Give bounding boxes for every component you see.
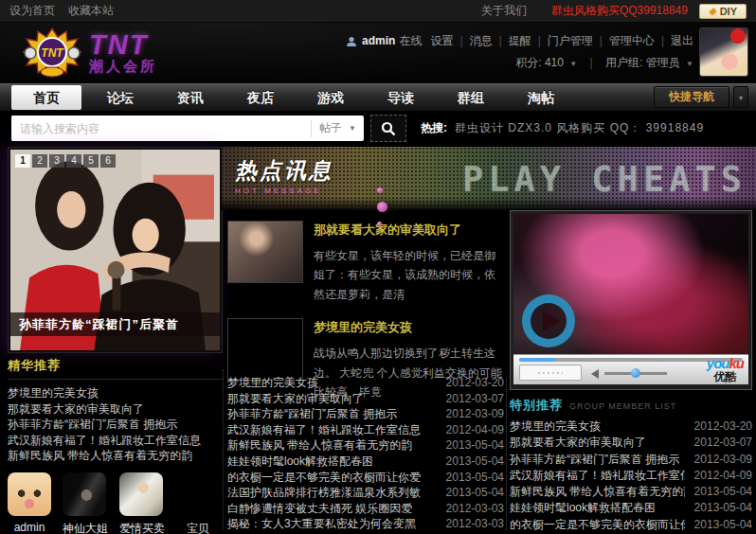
special-row-title[interactable]: 那就要看大家的审美取向了	[510, 435, 646, 451]
video-screen[interactable]	[513, 214, 748, 354]
quick-nav-arrow[interactable]: ▾	[733, 86, 748, 108]
essence-panel: 精华推荐 梦境里的完美女孩那就要看大家的审美取向了孙菲菲方龄“踩裙门”后聚首 拥…	[8, 357, 224, 534]
slideshow-image[interactable]: 123456 孙菲菲方龄“踩裙门”后聚首	[10, 150, 220, 350]
member-card[interactable]: 爱情买卖	[119, 472, 165, 534]
set-home-link[interactable]: 设为首页	[9, 3, 55, 19]
nav-item[interactable]: 群组	[436, 85, 506, 110]
special-row-date: 2012-03-07	[694, 435, 752, 451]
news-row: 揭秘：女人3大重要私密处为何会变黑 2012-03-03	[227, 516, 504, 532]
news-title[interactable]: 揭秘：女人3大重要私密处为何会变黑	[227, 516, 416, 532]
nav-item[interactable]: 夜店	[225, 85, 296, 110]
user-menu-link[interactable]: 提醒	[493, 31, 531, 51]
nav-item[interactable]: 游戏	[296, 85, 366, 110]
special-row: 娃娃领时髦look解救搭配春困 2013-05-04	[510, 500, 752, 516]
news-title[interactable]: 的衣橱一定是不够完美的衣橱而让你爱	[227, 470, 421, 486]
news-row: 新鲜民族风 带给人惊喜有着无穷的韵 2013-05-04	[227, 437, 504, 454]
site-name: TNT	[89, 31, 157, 58]
usergroup-dropdown[interactable]: 用户组: 管理员 ▼	[605, 56, 693, 69]
news-title[interactable]: 那就要看大家的审美取向了	[227, 391, 364, 407]
news-title[interactable]: 梦境里的完美女孩	[227, 375, 318, 391]
essence-title: 精华推荐	[8, 357, 224, 380]
essence-list-item[interactable]: 武汉新娘有福了！婚礼跟妆工作室信息	[8, 433, 224, 449]
essence-list-item[interactable]: 梦境里的完美女孩	[8, 385, 224, 401]
special-row-title[interactable]: 的衣橱一定是不够完美的衣橱而让你爱	[510, 517, 685, 533]
nav-item[interactable]: 首页	[11, 85, 81, 110]
volume-handle[interactable]	[631, 368, 640, 378]
about-link[interactable]: 关于我们	[481, 3, 527, 19]
featured-news-title[interactable]: 梦境里的完美女孩	[314, 319, 504, 336]
nav-item[interactable]: 资讯	[155, 85, 225, 110]
news-date: 2013-05-04	[446, 485, 504, 501]
volume-slider[interactable]	[604, 372, 667, 375]
news-title[interactable]: 孙菲菲方龄“踩裙门”后聚首 拥抱示	[227, 406, 397, 422]
user-menu-link[interactable]: 门户管理	[531, 31, 593, 51]
main-nav: 首页论坛资讯夜店游戏导读群组淘帖	[0, 83, 756, 112]
special-row-date: 2012-03-20	[694, 418, 752, 435]
credits-label: 积分: 410	[515, 56, 564, 69]
featured-news-excerpt: 有些女星，该年轻的时候，已经是御姐了：有些女星，该成熟的时候，依然还是萝莉，是清	[314, 246, 504, 304]
user-menu-link[interactable]: 消息	[453, 31, 492, 51]
slideshow-page-button[interactable]: 5	[83, 154, 99, 168]
essence-list-item[interactable]: 新鲜民族风 带给人惊喜有着无穷的韵	[8, 448, 224, 464]
member-avatar[interactable]	[63, 472, 106, 516]
news-date: 2012-03-03	[446, 516, 504, 532]
news-thumbnail[interactable]	[227, 318, 303, 381]
member-card[interactable]: admin	[8, 472, 51, 534]
news-row: 白静惨遭情变被丈夫捅死 娱乐圈因爱 2012-03-03	[227, 501, 504, 517]
nav-item[interactable]: 导读	[366, 85, 436, 110]
featured-news-text: 那就要看大家的审美取向了 有些女星，该年轻的时候，已经是御姐了：有些女星，该成熟…	[314, 221, 504, 304]
news-title[interactable]: 法国护肤品牌排行榜雅漾温泉水系列敏	[227, 485, 421, 501]
slideshow-page-button[interactable]: 4	[66, 154, 81, 168]
nav-item[interactable]: 淘帖	[506, 85, 576, 110]
essence-list-item[interactable]: 那就要看大家的审美取向了	[8, 401, 224, 418]
special-row-title[interactable]: 孙菲菲方龄“踩裙门”后聚首 拥抱示	[510, 452, 679, 468]
special-row-title[interactable]: 娃娃领时髦look解救搭配春困	[510, 500, 656, 516]
search-input[interactable]	[11, 116, 311, 141]
user-row-2: 积分: 410 ▼ | 用户组: 管理员 ▼	[346, 53, 693, 74]
news-thumbnail[interactable]	[227, 221, 303, 283]
member-avatar[interactable]	[8, 472, 51, 516]
site-logo[interactable]: TNT TNT 潮人会所	[23, 27, 157, 79]
username[interactable]: admin	[362, 31, 395, 51]
user-menu-link[interactable]: 设置	[430, 31, 453, 51]
member-avatar[interactable]	[176, 472, 220, 516]
essence-list-item[interactable]: 孙菲菲方龄“踩裙门”后聚首 拥抱示	[8, 417, 224, 433]
video-time-box[interactable]	[519, 365, 582, 381]
special-row-date: 2012-03-09	[694, 452, 752, 468]
quick-nav-button[interactable]: 快捷导航	[654, 86, 729, 108]
user-avatar[interactable]	[699, 27, 748, 77]
news-date: 2012-03-03	[446, 501, 504, 517]
search-type-dropdown[interactable]: 帖子 ▼	[311, 120, 364, 137]
slideshow-page-button[interactable]: 3	[49, 154, 64, 168]
member-avatar[interactable]	[119, 472, 163, 516]
user-menu-link[interactable]: 管理中心	[593, 31, 655, 51]
user-menu-link[interactable]: 退出	[655, 31, 693, 51]
news-title[interactable]: 娃娃领时髦look解救搭配春困	[227, 454, 373, 470]
nav-item[interactable]: 论坛	[85, 85, 155, 110]
youku-logo[interactable]: youku 优酷	[707, 357, 744, 383]
slideshow-caption[interactable]: 孙菲菲方龄“踩裙门”后聚首	[10, 312, 220, 336]
search-button[interactable]	[370, 115, 406, 142]
special-row-title[interactable]: 梦境里的完美女孩	[510, 418, 601, 435]
favorite-link[interactable]: 收藏本站	[68, 3, 114, 19]
featured-news-title[interactable]: 那就要看大家的审美取向了	[314, 222, 504, 239]
top-utility-bar: 设为首页 收藏本站 关于我们 群虫风格购买QQ39918849 ◆ DIY	[0, 0, 756, 23]
credits-dropdown[interactable]: 积分: 410 ▼	[515, 56, 580, 69]
hot-search-keywords[interactable]: 群虫设计 DZX3.0 风格购买 QQ： 39918849	[455, 120, 704, 136]
play-button[interactable]	[522, 294, 575, 347]
slideshow-page-button[interactable]: 2	[32, 154, 47, 168]
member-name: admin	[8, 521, 51, 534]
special-row-title[interactable]: 武汉新娘有福了！婚礼跟妆工作室信息	[510, 468, 685, 484]
news-title[interactable]: 白静惨遭情变被丈夫捅死 娱乐圈因爱	[227, 501, 412, 517]
news-title[interactable]: 新鲜民族风 带给人惊喜有着无穷的韵	[227, 437, 412, 454]
slideshow-page-button[interactable]: 6	[100, 154, 116, 168]
member-card[interactable]: 宝贝	[176, 472, 220, 534]
slideshow-page-button[interactable]: 1	[15, 154, 30, 168]
news-title[interactable]: 武汉新娘有福了！婚礼跟妆工作室信息	[227, 422, 421, 438]
diy-button[interactable]: ◆ DIY	[699, 4, 747, 19]
member-card[interactable]: 神仙大姐	[63, 472, 108, 534]
special-row: 梦境里的完美女孩 2012-03-20	[510, 418, 752, 435]
special-row-title[interactable]: 新鲜民族风 带给人惊喜有着无穷的韵	[510, 484, 685, 500]
member-row: admin 神仙大姐 爱情买卖 宝贝	[8, 472, 224, 534]
promo-link[interactable]: 群虫风格购买QQ39918849	[551, 3, 688, 19]
